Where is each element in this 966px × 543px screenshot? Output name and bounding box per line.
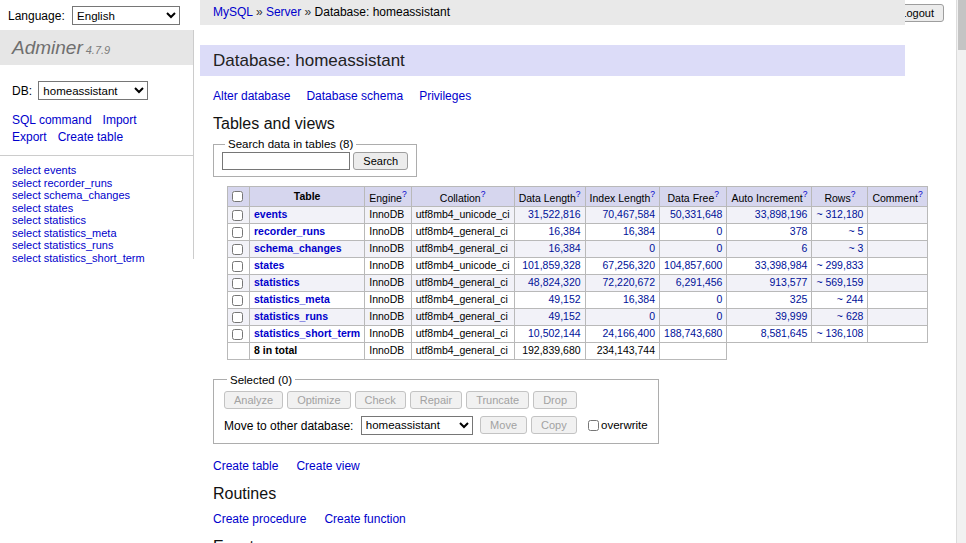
rows-link[interactable]: ~ 312,180	[816, 208, 863, 220]
scrollbar[interactable]	[956, 0, 966, 543]
sidebar-table-link[interactable]: select statistics_short_term	[12, 252, 181, 265]
search-button[interactable]: Search	[353, 152, 408, 170]
row-checkbox[interactable]	[232, 227, 243, 238]
rows-link[interactable]: ~ 299,833	[816, 259, 863, 271]
row-checkbox[interactable]	[232, 295, 243, 306]
data-free-link[interactable]: 0	[717, 293, 723, 305]
index-length-link[interactable]: 16,384	[623, 293, 655, 305]
select-all-checkbox[interactable]	[232, 191, 243, 202]
move-button[interactable]: Move	[480, 416, 527, 434]
index-length-link[interactable]: 0	[649, 242, 655, 254]
help-icon[interactable]: ?	[481, 189, 486, 199]
breadcrumb-link[interactable]: Server	[266, 5, 301, 19]
data-length-link[interactable]: 49,152	[548, 310, 580, 322]
auto-increment-link[interactable]: 913,577	[769, 276, 807, 288]
db-action-link[interactable]: Alter database	[213, 89, 290, 103]
rows-link[interactable]: ~ 628	[837, 310, 864, 322]
rows-link[interactable]: ~ 244	[837, 293, 864, 305]
data-length-link[interactable]: 101,859,328	[522, 259, 580, 271]
sidebar-action-link[interactable]: SQL command	[12, 113, 92, 127]
create-table-link[interactable]: Create table	[213, 459, 278, 473]
row-checkbox[interactable]	[232, 261, 243, 272]
data-free-link[interactable]: 188,743,680	[664, 327, 722, 339]
row-checkbox[interactable]	[232, 329, 243, 340]
index-length-link[interactable]: 70,467,584	[602, 208, 655, 220]
rows-link[interactable]: ~ 569,159	[816, 276, 863, 288]
table-name-link[interactable]: statistics	[254, 276, 300, 288]
table-name-link[interactable]: events	[254, 208, 287, 220]
row-checkbox[interactable]	[232, 278, 243, 289]
auto-increment-link[interactable]: 325	[790, 293, 808, 305]
data-free-link[interactable]: 0	[717, 242, 723, 254]
sidebar-table-link[interactable]: select events	[12, 164, 181, 177]
auto-increment-link[interactable]: 33,398,984	[755, 259, 808, 271]
sidebar-action-link[interactable]: Create table	[58, 130, 123, 144]
row-checkbox[interactable]	[232, 210, 243, 221]
search-input[interactable]	[222, 152, 350, 170]
row-checkbox[interactable]	[232, 312, 243, 323]
copy-button[interactable]: Copy	[531, 416, 577, 434]
help-icon[interactable]: ?	[918, 189, 923, 199]
help-icon[interactable]: ?	[576, 189, 581, 199]
create-function-link[interactable]: Create function	[324, 512, 405, 526]
move-db-select[interactable]: homeassistant	[361, 416, 473, 435]
data-length-link[interactable]: 16,384	[548, 225, 580, 237]
sidebar-action-link[interactable]: Export	[12, 130, 47, 144]
table-name-link[interactable]: statistics_meta	[254, 293, 330, 305]
index-length-link[interactable]: 67,256,320	[602, 259, 655, 271]
table-name-link[interactable]: recorder_runs	[254, 225, 325, 237]
help-icon[interactable]: ?	[650, 189, 655, 199]
auto-increment-link[interactable]: 6	[802, 242, 808, 254]
sidebar-action-link[interactable]: Import	[103, 113, 137, 127]
sidebar-table-link[interactable]: select schema_changes	[12, 189, 181, 202]
data-free-link[interactable]: 0	[717, 225, 723, 237]
auto-increment-link[interactable]: 8,581,645	[761, 327, 808, 339]
create-view-link[interactable]: Create view	[296, 459, 359, 473]
sidebar-table-link[interactable]: select statistics_meta	[12, 227, 181, 240]
rows-link[interactable]: ~ 136,108	[816, 327, 863, 339]
row-checkbox[interactable]	[232, 244, 243, 255]
rows-link[interactable]: ~ 3	[849, 242, 864, 254]
data-free-link[interactable]: 50,331,648	[670, 208, 723, 220]
sidebar-table-link[interactable]: select states	[12, 202, 181, 215]
help-icon[interactable]: ?	[714, 189, 719, 199]
app-name[interactable]: Adminer	[12, 37, 83, 58]
repair-button[interactable]: Repair	[410, 391, 462, 409]
index-length-link[interactable]: 16,384	[623, 225, 655, 237]
auto-increment-link[interactable]: 39,999	[775, 310, 807, 322]
help-icon[interactable]: ?	[851, 189, 856, 199]
data-length-link[interactable]: 16,384	[548, 242, 580, 254]
sidebar-table-link[interactable]: select recorder_runs	[12, 177, 181, 190]
rows-link[interactable]: ~ 5	[849, 225, 864, 237]
table-name-link[interactable]: statistics_short_term	[254, 327, 360, 339]
scrollbar-thumb[interactable]	[958, 0, 966, 50]
auto-increment-link[interactable]: 378	[790, 225, 808, 237]
truncate-button[interactable]: Truncate	[466, 391, 529, 409]
index-length-link[interactable]: 72,220,672	[602, 276, 655, 288]
help-icon[interactable]: ?	[803, 189, 808, 199]
data-length-link[interactable]: 10,502,144	[528, 327, 581, 339]
index-length-link[interactable]: 24,166,400	[602, 327, 655, 339]
overwrite-checkbox[interactable]	[588, 420, 599, 431]
check-button[interactable]: Check	[355, 391, 406, 409]
sidebar-table-link[interactable]: select statistics_runs	[12, 239, 181, 252]
db-action-link[interactable]: Database schema	[306, 89, 403, 103]
help-icon[interactable]: ?	[402, 189, 407, 199]
data-free-link[interactable]: 6,291,456	[676, 276, 723, 288]
data-free-link[interactable]: 0	[717, 310, 723, 322]
data-free-link[interactable]: 104,857,600	[664, 259, 722, 271]
drop-button[interactable]: Drop	[533, 391, 577, 409]
language-select[interactable]: English	[72, 6, 180, 25]
optimize-button[interactable]: Optimize	[287, 391, 350, 409]
table-name-link[interactable]: statistics_runs	[254, 310, 328, 322]
table-name-link[interactable]: states	[254, 259, 284, 271]
data-length-link[interactable]: 31,522,816	[528, 208, 581, 220]
db-select[interactable]: homeassistant	[38, 81, 148, 100]
db-action-link[interactable]: Privileges	[419, 89, 471, 103]
index-length-link[interactable]: 0	[649, 310, 655, 322]
breadcrumb-link[interactable]: MySQL	[213, 5, 253, 19]
create-procedure-link[interactable]: Create procedure	[213, 512, 306, 526]
data-length-link[interactable]: 49,152	[548, 293, 580, 305]
data-length-link[interactable]: 48,824,320	[528, 276, 581, 288]
analyze-button[interactable]: Analyze	[224, 391, 283, 409]
